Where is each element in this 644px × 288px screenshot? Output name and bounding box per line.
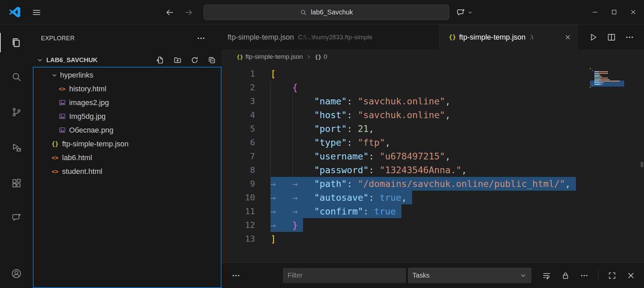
- code-line[interactable]: 11"confirm": true: [221, 204, 589, 218]
- image-file-icon: [58, 126, 66, 134]
- line-number: 10: [221, 191, 255, 204]
- split-editor-button[interactable]: [606, 32, 616, 42]
- new-folder-button[interactable]: [172, 55, 183, 65]
- line-number: 9: [221, 177, 255, 191]
- vertical-scrollbar[interactable]: [640, 64, 644, 262]
- chevron-down-icon: [51, 71, 58, 79]
- tree-item[interactable]: Img5dg.jpg: [34, 109, 221, 123]
- activity-extensions-button[interactable]: [0, 169, 33, 198]
- breadcrumb-file-label: ftp-simple-temp.json: [245, 53, 303, 60]
- close-panel-button[interactable]: [626, 271, 636, 281]
- search-value: lab6_Savchuk: [311, 8, 353, 16]
- tree-item[interactable]: <>lab6.html: [34, 151, 221, 164]
- minimap[interactable]: [589, 64, 640, 262]
- minimize-window-button[interactable]: [585, 0, 604, 24]
- panel-tabs-more-button[interactable]: [231, 271, 242, 281]
- new-file-button[interactable]: [155, 55, 165, 65]
- tab-ftp-simple-temp-extension[interactable]: ftp-simple-temp.json C:\...\humy2833.ftp…: [221, 25, 440, 50]
- output-channel-dropdown[interactable]: Tasks: [408, 268, 531, 283]
- more-icon: [231, 271, 241, 281]
- code-line[interactable]: 6"type": "ftp",: [221, 136, 589, 149]
- code-line-content: ]: [270, 232, 276, 246]
- tree-item[interactable]: <>history.html: [34, 82, 221, 96]
- command-center-search[interactable]: lab6_Savchuk: [204, 5, 449, 20]
- menu-button[interactable]: [31, 7, 42, 18]
- breadcrumb-symbol[interactable]: {} 0: [315, 53, 327, 60]
- code-line-content: "autosave": true,: [270, 191, 412, 204]
- code-line[interactable]: 10"autosave": true,: [221, 191, 589, 204]
- panel-actions-separator: [598, 271, 598, 281]
- word-wrap-icon: [542, 271, 551, 280]
- maximize-icon: [610, 8, 618, 16]
- code-line[interactable]: 9"path": "/domains/savchuk.online/public…: [221, 177, 589, 191]
- line-number: 4: [221, 108, 255, 122]
- files-icon: [11, 37, 22, 48]
- lock-scroll-button[interactable]: [560, 271, 571, 281]
- breadcrumb-symbol-label: 0: [324, 53, 328, 60]
- maximize-window-button[interactable]: [604, 0, 624, 24]
- code-line[interactable]: 13]: [221, 232, 589, 246]
- source-control-icon: [11, 106, 22, 118]
- code-line-content: "confirm": true: [270, 204, 401, 218]
- maximize-panel-button[interactable]: [607, 271, 617, 281]
- refresh-explorer-button[interactable]: [190, 55, 200, 65]
- close-window-button[interactable]: [624, 0, 643, 24]
- explorer-more-button[interactable]: [196, 33, 207, 43]
- line-number: 13: [221, 232, 255, 246]
- panel-more-button[interactable]: [579, 271, 589, 281]
- code-line[interactable]: 5"port": 21,: [221, 122, 589, 136]
- code-line[interactable]: 12}: [221, 218, 589, 232]
- hamburger-menu-icon: [32, 7, 42, 17]
- search-icon: [11, 71, 22, 83]
- tab-description: C:\...\humy2833.ftp-simple: [298, 34, 373, 41]
- nav-forward-button[interactable]: [181, 5, 196, 20]
- chat-icon: [11, 212, 22, 223]
- image-file-icon: [58, 112, 66, 120]
- json-file-icon: {}: [237, 54, 243, 60]
- vscode-logo-icon: [8, 6, 21, 18]
- json-file-icon: {}: [448, 34, 456, 41]
- breadcrumb-file[interactable]: {} ftp-simple-temp.json: [237, 53, 303, 60]
- activity-source-control-button[interactable]: [0, 98, 33, 127]
- tree-item[interactable]: {}ftp-simple-temp.json: [34, 137, 221, 151]
- code-line[interactable]: 3"name": "savchuk.online",: [221, 94, 589, 108]
- lock-icon: [561, 271, 570, 280]
- new-folder-icon: [173, 55, 182, 65]
- tree-item[interactable]: images2.jpg: [34, 96, 221, 109]
- tree-item[interactable]: Обеспае.png: [34, 123, 221, 137]
- html-file-icon: <>: [51, 154, 59, 161]
- output-filter-input[interactable]: [283, 268, 406, 283]
- code-line-content: "path": "/domains/savchuk.online/public_…: [270, 177, 576, 191]
- activity-chat-button[interactable]: [0, 203, 33, 232]
- account-button[interactable]: [0, 259, 33, 288]
- tab-ftp-simple-temp-local[interactable]: {} ftp-simple-temp.json .\: [440, 25, 578, 50]
- explorer-sidebar: EXPLORER LAB6_SAVCHUK hyperlinks<>histor…: [33, 25, 221, 288]
- workspace-section-header[interactable]: LAB6_SAVCHUK: [33, 53, 221, 67]
- close-tab-button[interactable]: [563, 32, 573, 42]
- tree-item-label: images2.jpg: [69, 98, 109, 107]
- tab-label: ftp-simple-temp.json: [228, 33, 294, 42]
- code-line[interactable]: 1[: [221, 67, 589, 81]
- code-editor[interactable]: 1[2{3"name": "savchuk.online",4"host": "…: [221, 64, 589, 262]
- code-line[interactable]: 4"host": "savchuk.online",: [221, 108, 589, 122]
- code-line[interactable]: 7"username": "u678497215",: [221, 149, 589, 163]
- run-code-button[interactable]: [588, 32, 598, 42]
- more-icon: [196, 33, 206, 43]
- activity-run-debug-button[interactable]: [0, 133, 33, 162]
- copilot-chat-button[interactable]: [456, 5, 473, 19]
- chat-icon: [456, 7, 466, 17]
- code-line[interactable]: 2{: [221, 81, 589, 94]
- workspace-name: LAB6_SAVCHUK: [46, 56, 98, 64]
- code-line[interactable]: 8"password": "13243546Anna.",: [221, 163, 589, 177]
- title-bar: lab6_Savchuk: [0, 0, 644, 25]
- word-wrap-button[interactable]: [542, 271, 552, 281]
- tree-item[interactable]: hyperlinks: [34, 68, 221, 82]
- editor-more-button[interactable]: [625, 32, 635, 42]
- tree-item-label: Img5dg.jpg: [69, 112, 106, 121]
- activity-explorer-button[interactable]: [0, 28, 33, 57]
- tree-item[interactable]: <>student.html: [34, 164, 221, 178]
- nav-back-button[interactable]: [162, 5, 177, 20]
- collapse-folders-button[interactable]: [207, 55, 217, 65]
- tree-item-label: hyperlinks: [60, 71, 93, 80]
- activity-search-button[interactable]: [0, 62, 33, 91]
